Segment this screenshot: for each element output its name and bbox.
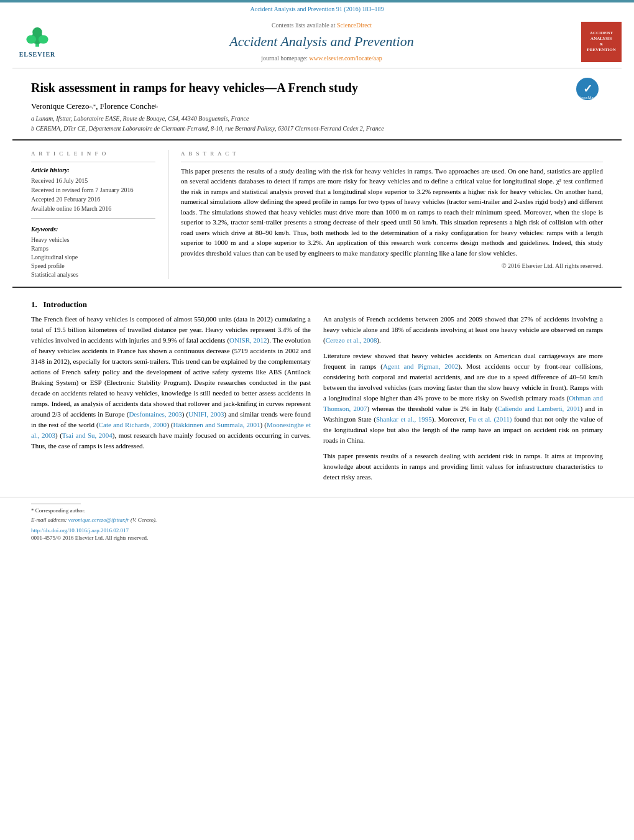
abstract-section-title: A B S T R A C T	[181, 150, 603, 158]
logo-line3: &	[600, 42, 604, 47]
author2-name: , Florence Conche	[96, 101, 155, 112]
copyright-text: © 2016 Elsevier Ltd. All rights reserved…	[181, 262, 603, 270]
affiliation1: a Lunam, Ifsttar, Laboratoire EASE, Rout…	[31, 114, 603, 123]
article-info-section-title: A R T I C L E I N F O	[31, 150, 155, 158]
article-header: ✓ CrossMark Risk assessment in ramps for…	[0, 73, 634, 133]
intro-two-col: The French fleet of heavy vehicles is co…	[31, 314, 603, 488]
article-info-abstract: A R T I C L E I N F O Article history: R…	[0, 150, 634, 279]
received1: Received 16 July 2015	[31, 177, 155, 185]
ref-shankar[interactable]: Shankar et al., 1995	[376, 415, 432, 423]
doi-link[interactable]: http://dx.doi.org/10.1016/j.aap.2016.02.…	[31, 527, 603, 535]
body-content: 1. Introduction The French fleet of heav…	[0, 293, 634, 494]
ref-hakkinen[interactable]: Häkkinnen and Summala, 2001	[173, 421, 260, 428]
abstract-col: A B S T R A C T This paper presents the …	[181, 150, 603, 279]
header-divider	[12, 68, 622, 68]
section1-number: 1.	[31, 300, 37, 309]
journal-title: Accident Analysis and Prevention	[62, 32, 581, 52]
journal-center-info: Contents lists available at ScienceDirec…	[62, 21, 581, 63]
article-divider-bottom	[12, 287, 622, 288]
intro-right-para1: An analysis of French accidents between …	[323, 314, 603, 346]
ref-agent[interactable]: Agent and Pigman, 2002	[383, 362, 458, 370]
keyword2: Ramps	[31, 244, 155, 253]
svg-text:✓: ✓	[583, 83, 592, 95]
svg-point-3	[39, 35, 48, 44]
vertical-divider	[168, 150, 168, 279]
ref-tsai[interactable]: Tsai and Su, 2004	[62, 432, 113, 439]
ref-desfontaines[interactable]: Desfontaines, 2003	[129, 410, 181, 418]
ref-cerezo2008[interactable]: Cerezo et al., 2008	[326, 336, 377, 344]
article-info-col: A R T I C L E I N F O Article history: R…	[31, 150, 155, 279]
journal-ref-text: Accident Analysis and Prevention 91 (201…	[250, 6, 384, 12]
footer-email: E-mail address: veronique.cerezo@ifsttar…	[31, 516, 603, 524]
logo-line4: PREVENTION	[587, 47, 616, 53]
keyword1: Heavy vehicles	[31, 236, 155, 244]
email-person: (V. Cerezo).	[131, 517, 157, 523]
history-label: Article history:	[31, 166, 155, 175]
intro-right-para2: Literature review showed that heavy vehi…	[323, 351, 603, 446]
keywords-label: Keywords:	[31, 225, 155, 234]
keyword3: Longitudinal slope	[31, 253, 155, 262]
page: Accident Analysis and Prevention 91 (201…	[0, 0, 634, 840]
logo-line2: ANALYSIS	[590, 36, 612, 42]
elsevier-logo: ELSEVIER	[12, 25, 62, 59]
authors-line: Veronique Cerezoa,* , Florence Concheb	[31, 101, 603, 112]
article-title: Risk assessment in ramps for heavy vehic…	[31, 80, 603, 96]
ref-caliendo[interactable]: Caliendo and Lamberti, 2001	[497, 405, 580, 412]
svg-point-4	[32, 27, 42, 37]
corresponding-label: * Corresponding author.	[31, 507, 603, 515]
crossmark-icon: ✓ CrossMark	[575, 76, 600, 104]
intro-right-col: An analysis of French accidents between …	[323, 314, 603, 488]
affiliation2: b CEREMA, DTer CE, Département Laboratoi…	[31, 124, 603, 133]
svg-point-2	[26, 35, 36, 44]
abstract-body: This paper presents the results of a stu…	[181, 166, 603, 259]
sciencedirect-link[interactable]: ScienceDirect	[337, 22, 372, 29]
homepage-link[interactable]: www.elsevier.com/locate/aap	[310, 55, 382, 62]
email-label: E-mail address:	[31, 517, 67, 523]
footer-line	[31, 504, 81, 504]
intro-right-para3: This paper presents results of a researc…	[323, 451, 603, 482]
author1-name: Veronique Cerezo	[31, 101, 90, 112]
article-divider-top	[12, 139, 622, 141]
ref-fu[interactable]: Fu et al. (2011)	[469, 415, 512, 423]
footer: * Corresponding author. E-mail address: …	[0, 497, 634, 551]
journal-reference-bar: Accident Analysis and Prevention 91 (201…	[0, 2, 634, 16]
ref-cate[interactable]: Cate and Richards, 2000	[99, 421, 167, 428]
intro-left-col: The French fleet of heavy vehicles is co…	[31, 314, 311, 488]
intro-left-para1: The French fleet of heavy vehicles is co…	[31, 314, 311, 452]
keyword5: Statistical analyses	[31, 270, 155, 279]
svg-text:CrossMark: CrossMark	[577, 95, 597, 100]
contents-line: Contents lists available at ScienceDirec…	[62, 21, 581, 30]
elsevier-tree-icon	[22, 25, 53, 49]
journal-logo-right: ACCIDENT ANALYSIS & PREVENTION	[581, 22, 622, 62]
elsevier-brand-text: ELSEVIER	[19, 50, 56, 59]
ref-onisr[interactable]: ONISR, 2012	[229, 336, 267, 344]
section1-heading: 1. Introduction	[31, 299, 603, 310]
issn-text: 0001-4575/© 2016 Elsevier Ltd. All right…	[31, 534, 603, 542]
available: Available online 16 March 2016	[31, 205, 155, 213]
received2: Received in revised form 7 January 2016	[31, 186, 155, 195]
keyword4: Speed profile	[31, 262, 155, 270]
journal-header: ELSEVIER Contents lists available at Sci…	[0, 16, 634, 63]
accepted: Accepted 20 February 2016	[31, 195, 155, 204]
journal-homepage: journal homepage: www.elsevier.com/locat…	[62, 54, 581, 63]
logo-line1: ACCIDENT	[590, 30, 613, 36]
ref-unifi[interactable]: UNIFI, 2003	[188, 410, 224, 418]
email-address[interactable]: veronique.cerezo@ifsttar.fr	[68, 517, 129, 523]
